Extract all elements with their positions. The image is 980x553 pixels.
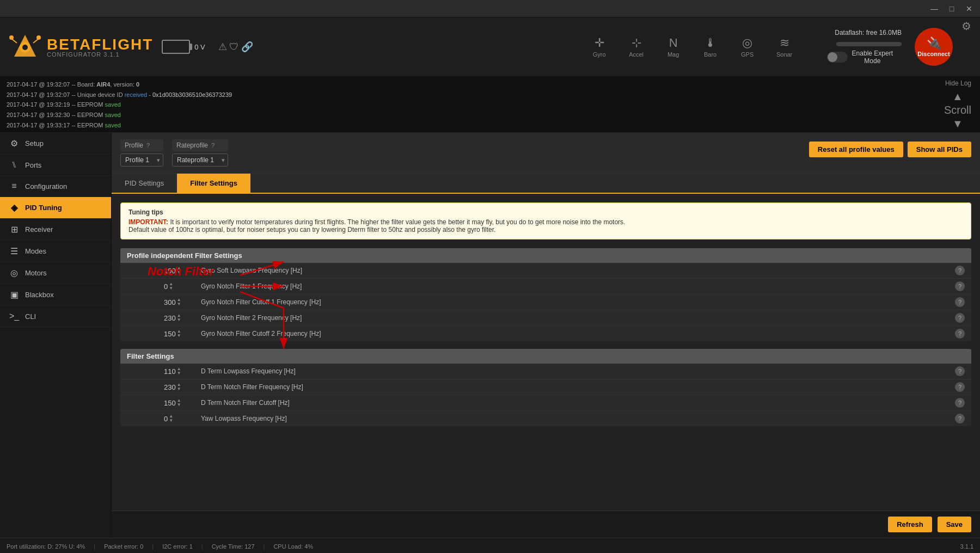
sidebar-item-blackbox[interactable]: ▣ Blackbox — [0, 284, 111, 306]
spin-buttons-2[interactable]: ▲ ▼ — [177, 298, 181, 306]
sidebar-item-configuration[interactable]: ≡ Configuration — [0, 176, 111, 197]
help-icon-8[interactable]: ? — [955, 414, 965, 423]
sidebar-item-pid-tuning[interactable]: ◈ PID Tuning — [0, 197, 111, 219]
sidebar-label-configuration: Configuration — [25, 182, 67, 191]
help-icon-6[interactable]: ? — [955, 382, 965, 392]
filter-num-4: 150 — [164, 330, 176, 338]
disconnect-button[interactable]: 🔌 Disconnect — [915, 28, 953, 66]
rateprofile-select-wrap: Rateprofile 1 Rateprofile 2 Rateprofile … — [172, 153, 228, 167]
gps-label: GPS — [741, 51, 754, 58]
tab-pid-settings[interactable]: PID Settings — [112, 174, 177, 193]
sidebar-item-setup[interactable]: ⚙ Setup — [0, 133, 111, 155]
tabs: PID Settings Filter Settings — [112, 174, 980, 194]
spin-down-4[interactable]: ▼ — [177, 334, 181, 338]
help-icon-7[interactable]: ? — [955, 398, 965, 408]
profile-info-icon[interactable]: ? — [146, 142, 150, 149]
sidebar-label-ports: Ports — [25, 161, 41, 169]
sidebar-label-motors: Motors — [25, 269, 47, 277]
filter-settings-section: Filter Settings 110 ▲ ▼ D Term Lowpass F… — [120, 349, 971, 426]
gyro-icon: ✛ — [595, 36, 604, 50]
rateprofile-group: Rateprofile ? Rateprofile 1 Rateprofile … — [172, 139, 228, 167]
reset-profile-button[interactable]: Reset all profile values — [809, 142, 903, 157]
save-button[interactable]: Save — [938, 517, 971, 532]
sidebar-item-modes[interactable]: ☰ Modes — [0, 241, 111, 262]
dataflash-bar — [836, 42, 902, 46]
modes-icon: ☰ — [9, 246, 20, 256]
spin-down-5[interactable]: ▼ — [177, 371, 181, 376]
log-line-1: 2017-04-17 @ 19:32:07 -- Board: AIR4, ve… — [7, 79, 973, 90]
toggle-knob — [828, 52, 837, 62]
help-icon-1[interactable]: ? — [955, 281, 965, 291]
expert-mode-toggle[interactable] — [827, 52, 848, 63]
footer-i2c-error: I2C error: 1 — [162, 543, 193, 550]
scroll-up-icon[interactable]: ▲ — [952, 90, 963, 103]
scroll-control[interactable]: ▲ Scroll ▼ — [944, 90, 971, 130]
help-icon-0[interactable]: ? — [955, 266, 965, 275]
spin-buttons-8[interactable]: ▲ ▼ — [169, 414, 173, 423]
sidebar-item-cli[interactable]: >_ CLI — [0, 306, 111, 327]
setup-icon: ⚙ — [9, 138, 20, 149]
footer-port-util: Port utilization: D: 27% U: 4% — [7, 543, 85, 550]
footer: Port utilization: D: 27% U: 4% | Packet … — [0, 538, 980, 553]
settings-gear-button[interactable]: ⚙ — [961, 20, 971, 33]
filter-value-7: 150 ▲ ▼ — [164, 398, 197, 407]
spin-buttons-7[interactable]: ▲ ▼ — [177, 398, 181, 407]
close-button[interactable]: ✕ — [963, 2, 976, 15]
rateprofile-select[interactable]: Rateprofile 1 Rateprofile 2 Rateprofile … — [172, 153, 228, 167]
profile-label-text: Profile — [125, 142, 143, 149]
log-line-5: 2017-04-17 @ 19:33:17 -- EEPROM saved — [7, 120, 973, 131]
spin-buttons-6[interactable]: ▲ ▼ — [177, 383, 181, 391]
help-icon-3[interactable]: ? — [955, 313, 965, 323]
action-bar: Refresh Save — [112, 511, 980, 538]
minimize-button[interactable]: — — [928, 2, 941, 15]
refresh-button[interactable]: Refresh — [888, 517, 932, 532]
status-icons: ✛ Gyro ⊹ Accel N Mag 🌡 Baro ◎ GPS ≋ Sona… — [583, 36, 801, 58]
filter-num-8: 0 — [164, 415, 168, 423]
spin-down-1[interactable]: ▼ — [169, 286, 173, 291]
spin-down-0[interactable]: ▼ — [177, 271, 181, 275]
filter-value-3: 230 ▲ ▼ — [164, 314, 197, 322]
svg-point-5 — [9, 35, 14, 40]
spin-down-8[interactable]: ▼ — [169, 419, 173, 423]
logo-sub: CONFIGURATOR 3.1.1 — [47, 51, 153, 58]
filter-num-3: 230 — [164, 314, 176, 322]
shield-icon: 🛡 — [229, 41, 239, 53]
show-pids-button[interactable]: Show all PIDs — [908, 142, 971, 157]
spin-buttons-3[interactable]: ▲ ▼ — [177, 314, 181, 322]
filter-num-1: 0 — [164, 282, 168, 291]
spin-down-6[interactable]: ▼ — [177, 387, 181, 391]
rateprofile-info-icon[interactable]: ? — [211, 142, 215, 149]
footer-cpu-load: CPU Load: 4% — [273, 543, 313, 550]
spin-down-3[interactable]: ▼ — [177, 318, 181, 322]
filter-num-7: 150 — [164, 399, 176, 407]
sidebar-label-receiver: Receiver — [25, 225, 53, 234]
help-icon-4[interactable]: ? — [955, 329, 965, 339]
tips-body: It is important to verify motor temperat… — [170, 218, 625, 226]
baro-label: Baro — [704, 51, 716, 58]
footer-sep-3: | — [201, 543, 203, 550]
profile-select[interactable]: Profile 1 Profile 2 Profile 3 — [120, 153, 163, 167]
content-area: Profile ? Profile 1 Profile 2 Profile 3 … — [112, 133, 980, 538]
footer-cycle-time: Cycle Time: 127 — [212, 543, 255, 550]
maximize-button[interactable]: □ — [945, 2, 958, 15]
help-icon-2[interactable]: ? — [955, 297, 965, 307]
tips-text2: Default value of 100hz is optimal, but f… — [128, 226, 963, 234]
profile-actions: Reset all profile values Show all PIDs — [809, 139, 971, 157]
spin-buttons-1[interactable]: ▲ ▼ — [169, 282, 173, 291]
spin-buttons-4[interactable]: ▲ ▼ — [177, 329, 181, 338]
sidebar-item-ports[interactable]: ⑊ Ports — [0, 155, 111, 176]
spin-down-2[interactable]: ▼ — [177, 302, 181, 306]
filter-settings-rows: 110 ▲ ▼ D Term Lowpass Frequency [Hz] ? — [120, 364, 971, 426]
help-icon-5[interactable]: ? — [955, 366, 965, 376]
spin-down-7[interactable]: ▼ — [177, 403, 181, 407]
spin-buttons-5[interactable]: ▲ ▼ — [177, 367, 181, 376]
spin-buttons-0[interactable]: ▲ ▼ — [177, 266, 181, 275]
sidebar-item-receiver[interactable]: ⊞ Receiver — [0, 219, 111, 241]
sidebar-item-motors[interactable]: ◎ Motors — [0, 262, 111, 284]
main-layout: ⚙ Setup ⑊ Ports ≡ Configuration ◈ PID Tu… — [0, 133, 980, 538]
hide-log-button[interactable]: Hide Log — [945, 79, 971, 87]
log-line-4: 2017-04-17 @ 19:32:30 -- EEPROM saved — [7, 110, 973, 120]
filter-value-4: 150 ▲ ▼ — [164, 329, 197, 338]
scroll-down-icon[interactable]: ▼ — [952, 118, 963, 130]
tab-filter-settings[interactable]: Filter Settings — [177, 174, 250, 193]
